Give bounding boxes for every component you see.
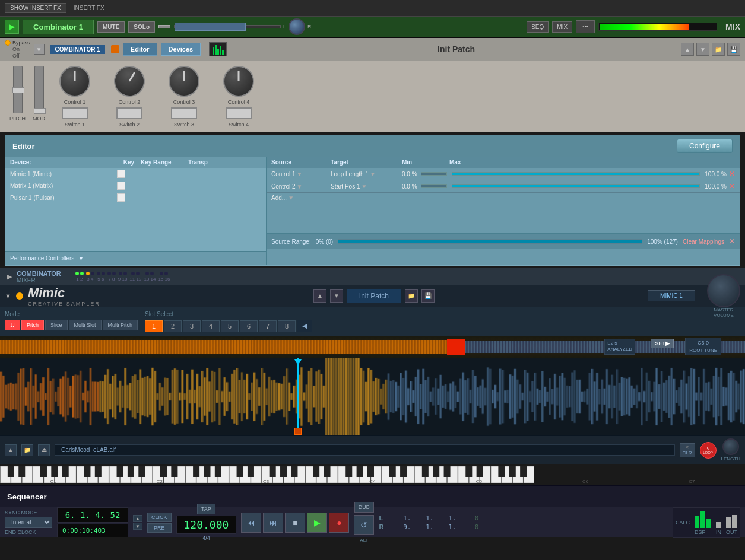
l-num-1: 1. [393,514,411,522]
mapping-remove-1[interactable]: ✕ [729,170,735,178]
mode-pitch-icon[interactable]: ♩♩ [5,320,20,330]
patch-save-button[interactable]: 💾 [727,43,740,56]
slot-button-8[interactable]: 8 [278,320,296,332]
control-3-group: Control 3 Switch 3 [169,66,199,128]
mimic-patch-save[interactable]: 💾 [421,289,435,303]
device-checkbox-matrix[interactable] [117,182,125,190]
file-nav-up[interactable]: ▲ [5,444,17,456]
device-row-matrix[interactable]: Matrix 1 (Matrix) [5,180,266,192]
mimic-patch-down[interactable]: ▼ [330,289,343,303]
mapping-add-label[interactable]: Add... ▼ [271,195,294,201]
control-3-knob[interactable] [169,66,199,97]
pitch-fader-thumb[interactable] [12,87,24,93]
slot-button-2[interactable]: 2 [164,320,182,332]
slot-button-5[interactable]: 5 [221,320,239,332]
mapping-target-dropdown-2[interactable]: ▼ [361,183,367,190]
patch-down-button[interactable]: ▼ [696,43,709,56]
slot-button-1[interactable]: 1 [145,320,163,332]
click-button[interactable]: CLICK [147,513,172,522]
mod-fader-track[interactable] [34,66,44,113]
position-up-arrow[interactable]: ▲ [133,515,142,522]
show-insert-fx-button[interactable]: SHOW INSERT FX [5,3,66,13]
loop-transport-button[interactable]: ↺ [354,515,374,535]
slot-button-6[interactable]: 6 [240,320,258,332]
mode-multislot-button[interactable]: Multi Slot [69,320,102,330]
perf-dropdown-arrow[interactable]: ▼ [78,255,84,262]
control-4-knob[interactable] [223,66,254,97]
rewind-button[interactable]: ⏮ [241,513,261,533]
device-row-mimic[interactable]: Mimic 1 (Mimic) [5,168,266,180]
tap-button[interactable]: TAP [197,504,215,514]
record-button[interactable]: ● [329,513,349,533]
sync-mode-select[interactable]: Internal [5,517,52,528]
loop-button[interactable]: ↻LOOP [700,442,717,459]
control-2-knob[interactable] [108,60,150,102]
led-group-15-16: 15 16 [158,272,170,282]
mapping-add-dropdown[interactable]: ▼ [288,195,294,201]
device-checkbox-pulsar[interactable] [117,193,125,202]
editor-button[interactable]: Editor [123,43,157,56]
mapping-row-add[interactable]: Add... ▼ [267,193,740,203]
file-nav-eject[interactable]: ⏏ [38,444,50,456]
fast-forward-button[interactable]: ⏭ [263,513,283,533]
pre-button[interactable]: PRE [147,523,172,533]
mapping-target-dropdown-1[interactable]: ▼ [370,171,376,177]
pitch-fader-track[interactable] [13,66,23,113]
slot-button-4[interactable]: 4 [202,320,220,332]
master-volume-knob[interactable] [707,274,740,307]
file-nav-folder[interactable]: 📁 [21,444,33,456]
mapping-slider-min-2[interactable] [421,184,447,188]
pan-knob[interactable] [289,18,305,35]
switch-1-button[interactable] [62,107,88,119]
lr-row-l: L 1. 1. 1. 0 [379,514,478,522]
stop-button[interactable]: ■ [285,513,305,533]
device-checkbox-mimic[interactable] [117,170,125,178]
mapping-source-dropdown-1[interactable]: ▼ [297,171,303,177]
mapping-slider-max-2[interactable] [452,184,700,188]
off-label: Off [12,53,20,59]
position-down-arrow[interactable]: ▼ [133,523,142,530]
clr-button[interactable]: ✕ CLR [680,443,695,457]
mimic-collapse-arrow[interactable]: ▼ [5,292,11,300]
mod-fader-thumb[interactable] [34,108,46,114]
mix-button-header[interactable]: MIX [552,21,572,33]
length-knob[interactable] [722,438,739,455]
led-5 [97,272,100,275]
mute-button[interactable]: MUTE [97,21,125,33]
combinator-collapse-button[interactable]: ▼ [34,44,45,55]
combinator-play-button[interactable]: ▶ [5,20,19,34]
control-1-knob[interactable] [59,66,90,97]
mapping-slider-max-1[interactable] [452,172,700,176]
mapping-remove-2[interactable]: ✕ [729,182,735,190]
devices-button[interactable]: Devices [161,43,201,56]
set-button[interactable]: SET▶ [651,339,674,348]
mapping-slider-min-1[interactable] [421,172,447,176]
configure-button[interactable]: Configure [677,139,733,153]
clear-mappings-button[interactable]: Clear Mappings [683,238,724,245]
fader-track[interactable] [174,25,281,28]
slot-button-3[interactable]: 3 [183,320,201,332]
device-row-pulsar[interactable]: Pulsar 1 (Pulsar) [5,192,266,203]
switch-3-button[interactable] [171,107,197,119]
source-range-track[interactable] [338,239,642,244]
mode-pitch-button[interactable]: Pitch [21,320,44,330]
patch-folder-button[interactable]: 📁 [712,43,725,56]
solo-button[interactable]: SOLo [128,21,155,33]
mode-slice-button[interactable]: Slice [45,320,68,330]
time-sig-display: 4/4 [202,535,210,541]
svg-rect-83 [498,466,505,477]
mimic-patch-up[interactable]: ▲ [313,289,326,303]
mapping-source-dropdown-2[interactable]: ▼ [297,183,303,190]
mixer-collapse-arrow[interactable]: ▶ [7,273,12,281]
patch-up-button[interactable]: ▲ [681,43,694,56]
slot-button-7[interactable]: 7 [259,320,277,332]
seq-button[interactable]: SEQ [527,21,549,33]
mimic-patch-folder[interactable]: 📁 [405,289,418,303]
fader-handle[interactable] [175,23,246,31]
switch-2-button[interactable] [116,107,142,119]
dub-button[interactable]: DUB [354,502,374,513]
switch-4-button[interactable] [226,107,252,119]
wave-button[interactable]: 〜 [576,20,595,33]
play-button[interactable]: ▶ [307,513,327,533]
mode-multipitch-button[interactable]: Multi Pitch [103,320,138,330]
